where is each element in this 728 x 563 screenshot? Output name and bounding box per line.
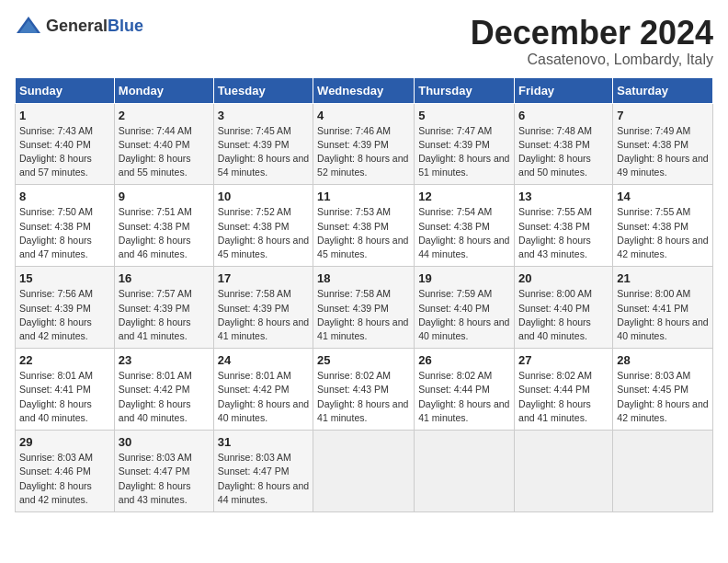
col-saturday: Saturday	[613, 77, 713, 103]
day-number: 6	[518, 109, 609, 122]
table-cell: 31 Sunrise: 8:03 AM Sunset: 4:47 PM Dayl…	[213, 431, 313, 512]
day-number: 24	[218, 353, 309, 367]
day-info: Sunrise: 7:45 AM Sunset: 4:39 PM Dayligh…	[218, 124, 309, 180]
day-info: Sunrise: 8:01 AM Sunset: 4:42 PM Dayligh…	[218, 369, 309, 425]
day-info: Sunrise: 8:00 AM Sunset: 4:40 PM Dayligh…	[518, 287, 609, 343]
table-cell: 27 Sunrise: 8:02 AM Sunset: 4:44 PM Dayl…	[515, 349, 613, 431]
table-cell	[415, 431, 515, 512]
table-cell: 30 Sunrise: 8:03 AM Sunset: 4:47 PM Dayl…	[114, 431, 213, 512]
day-info: Sunrise: 7:43 AM Sunset: 4:40 PM Dayligh…	[19, 124, 110, 180]
day-number: 13	[518, 190, 609, 203]
day-info: Sunrise: 7:49 AM Sunset: 4:38 PM Dayligh…	[617, 124, 709, 180]
day-number: 23	[119, 353, 210, 367]
title-area: December 2024 Casatenovo, Lombardy, Ital…	[471, 15, 713, 68]
day-number: 26	[418, 353, 510, 367]
day-info: Sunrise: 7:53 AM Sunset: 4:38 PM Dayligh…	[317, 205, 410, 261]
day-info: Sunrise: 7:55 AM Sunset: 4:38 PM Dayligh…	[617, 205, 709, 261]
calendar-header-row: Sunday Monday Tuesday Wednesday Thursday…	[16, 77, 713, 103]
table-cell: 4 Sunrise: 7:46 AM Sunset: 4:39 PM Dayli…	[313, 103, 415, 185]
day-number: 15	[19, 271, 110, 285]
day-number: 2	[119, 109, 210, 122]
day-number: 3	[218, 109, 309, 122]
day-info: Sunrise: 7:55 AM Sunset: 4:38 PM Dayligh…	[518, 205, 609, 261]
day-number: 10	[218, 190, 309, 203]
table-cell: 1 Sunrise: 7:43 AM Sunset: 4:40 PM Dayli…	[16, 103, 115, 185]
day-info: Sunrise: 8:00 AM Sunset: 4:41 PM Dayligh…	[617, 287, 709, 343]
table-cell: 18 Sunrise: 7:58 AM Sunset: 4:39 PM Dayl…	[313, 267, 415, 349]
logo-blue: Blue	[108, 17, 143, 35]
day-number: 20	[518, 271, 609, 285]
table-cell: 22 Sunrise: 8:01 AM Sunset: 4:41 PM Dayl…	[16, 349, 115, 431]
day-number: 4	[317, 109, 410, 122]
day-number: 19	[418, 271, 510, 285]
day-info: Sunrise: 7:52 AM Sunset: 4:38 PM Dayligh…	[218, 205, 309, 261]
table-cell: 24 Sunrise: 8:01 AM Sunset: 4:42 PM Dayl…	[213, 349, 313, 431]
day-info: Sunrise: 7:54 AM Sunset: 4:38 PM Dayligh…	[418, 205, 510, 261]
day-number: 12	[418, 190, 510, 203]
table-cell: 13 Sunrise: 7:55 AM Sunset: 4:38 PM Dayl…	[515, 185, 613, 267]
day-info: Sunrise: 8:03 AM Sunset: 4:47 PM Dayligh…	[119, 451, 210, 507]
day-info: Sunrise: 8:02 AM Sunset: 4:44 PM Dayligh…	[518, 369, 609, 425]
table-cell: 12 Sunrise: 7:54 AM Sunset: 4:38 PM Dayl…	[415, 185, 515, 267]
day-number: 22	[19, 353, 110, 367]
table-cell: 2 Sunrise: 7:44 AM Sunset: 4:40 PM Dayli…	[114, 103, 213, 185]
day-info: Sunrise: 7:47 AM Sunset: 4:39 PM Dayligh…	[418, 124, 510, 180]
day-info: Sunrise: 7:48 AM Sunset: 4:38 PM Dayligh…	[518, 124, 609, 180]
table-cell: 6 Sunrise: 7:48 AM Sunset: 4:38 PM Dayli…	[515, 103, 613, 185]
col-tuesday: Tuesday	[213, 77, 313, 103]
table-cell	[613, 431, 713, 512]
day-number: 18	[317, 271, 410, 285]
logo: GeneralBlue	[15, 15, 143, 37]
table-cell: 19 Sunrise: 7:59 AM Sunset: 4:40 PM Dayl…	[415, 267, 515, 349]
day-info: Sunrise: 8:03 AM Sunset: 4:45 PM Dayligh…	[617, 369, 709, 425]
col-sunday: Sunday	[16, 77, 115, 103]
day-info: Sunrise: 7:50 AM Sunset: 4:38 PM Dayligh…	[19, 205, 110, 261]
table-cell	[515, 431, 613, 512]
calendar-week-row: 15 Sunrise: 7:56 AM Sunset: 4:39 PM Dayl…	[16, 267, 713, 349]
day-info: Sunrise: 8:03 AM Sunset: 4:47 PM Dayligh…	[218, 451, 309, 507]
table-cell: 14 Sunrise: 7:55 AM Sunset: 4:38 PM Dayl…	[613, 185, 713, 267]
day-info: Sunrise: 8:01 AM Sunset: 4:41 PM Dayligh…	[19, 369, 110, 425]
day-info: Sunrise: 7:56 AM Sunset: 4:39 PM Dayligh…	[19, 287, 110, 343]
day-number: 30	[119, 435, 210, 449]
day-number: 28	[617, 353, 709, 367]
table-cell: 9 Sunrise: 7:51 AM Sunset: 4:38 PM Dayli…	[114, 185, 213, 267]
page-header: GeneralBlue December 2024 Casatenovo, Lo…	[15, 15, 713, 68]
col-thursday: Thursday	[415, 77, 515, 103]
day-number: 9	[119, 190, 210, 203]
table-cell: 16 Sunrise: 7:57 AM Sunset: 4:39 PM Dayl…	[114, 267, 213, 349]
day-info: Sunrise: 8:02 AM Sunset: 4:43 PM Dayligh…	[317, 369, 410, 425]
table-cell: 29 Sunrise: 8:03 AM Sunset: 4:46 PM Dayl…	[16, 431, 115, 512]
day-number: 29	[19, 435, 110, 449]
day-info: Sunrise: 7:51 AM Sunset: 4:38 PM Dayligh…	[119, 205, 210, 261]
day-number: 1	[19, 109, 110, 122]
col-friday: Friday	[515, 77, 613, 103]
table-cell: 7 Sunrise: 7:49 AM Sunset: 4:38 PM Dayli…	[613, 103, 713, 185]
table-cell: 11 Sunrise: 7:53 AM Sunset: 4:38 PM Dayl…	[313, 185, 415, 267]
month-title: December 2024	[471, 15, 713, 52]
day-number: 25	[317, 353, 410, 367]
col-monday: Monday	[114, 77, 213, 103]
table-cell: 26 Sunrise: 8:02 AM Sunset: 4:44 PM Dayl…	[415, 349, 515, 431]
location-title: Casatenovo, Lombardy, Italy	[471, 52, 713, 68]
day-number: 16	[119, 271, 210, 285]
calendar-week-row: 29 Sunrise: 8:03 AM Sunset: 4:46 PM Dayl…	[16, 431, 713, 512]
calendar-week-row: 1 Sunrise: 7:43 AM Sunset: 4:40 PM Dayli…	[16, 103, 713, 185]
calendar-table: Sunday Monday Tuesday Wednesday Thursday…	[15, 77, 713, 512]
calendar-week-row: 22 Sunrise: 8:01 AM Sunset: 4:41 PM Dayl…	[16, 349, 713, 431]
logo-icon	[15, 15, 42, 37]
day-info: Sunrise: 8:03 AM Sunset: 4:46 PM Dayligh…	[19, 451, 110, 507]
day-info: Sunrise: 7:46 AM Sunset: 4:39 PM Dayligh…	[317, 124, 410, 180]
table-cell: 23 Sunrise: 8:01 AM Sunset: 4:42 PM Dayl…	[114, 349, 213, 431]
table-cell: 25 Sunrise: 8:02 AM Sunset: 4:43 PM Dayl…	[313, 349, 415, 431]
day-number: 7	[617, 109, 709, 122]
day-number: 11	[317, 190, 410, 203]
day-number: 27	[518, 353, 609, 367]
calendar-week-row: 8 Sunrise: 7:50 AM Sunset: 4:38 PM Dayli…	[16, 185, 713, 267]
table-cell: 3 Sunrise: 7:45 AM Sunset: 4:39 PM Dayli…	[213, 103, 313, 185]
table-cell: 10 Sunrise: 7:52 AM Sunset: 4:38 PM Dayl…	[213, 185, 313, 267]
day-number: 21	[617, 271, 709, 285]
day-info: Sunrise: 8:02 AM Sunset: 4:44 PM Dayligh…	[418, 369, 510, 425]
day-number: 14	[617, 190, 709, 203]
table-cell: 8 Sunrise: 7:50 AM Sunset: 4:38 PM Dayli…	[16, 185, 115, 267]
